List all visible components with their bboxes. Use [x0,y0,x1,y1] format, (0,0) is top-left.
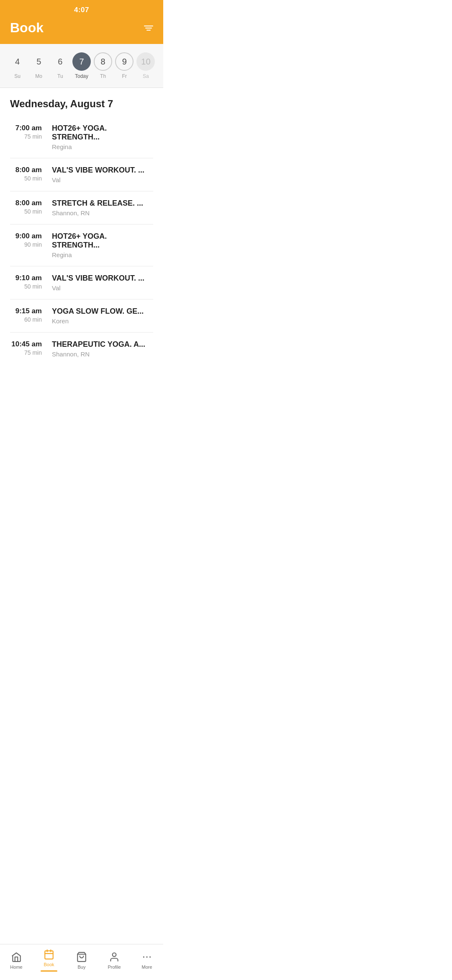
day-number: 4 [8,52,27,71]
day-number: 8 [94,52,112,71]
class-item-5[interactable]: 9:15 am 60 min YOGA SLOW FLOW. Ge... Kor… [10,299,153,333]
class-name: VAL'S VIBE WORKOUT. ... [52,166,144,175]
instructor-name: Koren [52,317,144,325]
duration-value: 50 min [10,283,42,290]
day-label: Fr [122,73,127,79]
class-time: 7:00 am 75 min [10,124,52,140]
day-label: Su [14,73,21,79]
day-number: 5 [30,52,48,71]
class-info: HOT26+ YOGA. Strength... Regina [52,124,153,150]
filter-button[interactable] [144,26,153,31]
class-info: HOT26+ YOGA. Strength... Regina [52,232,153,258]
class-item-3[interactable]: 9:00 am 90 min HOT26+ YOGA. Strength... … [10,224,153,266]
duration-value: 50 min [10,175,42,182]
calendar-day-7[interactable]: 7 Today [72,52,91,79]
class-info: YOGA SLOW FLOW. Ge... Koren [52,307,144,325]
class-item-1[interactable]: 8:00 am 50 min VAL'S VIBE WORKOUT. ... V… [10,158,153,191]
class-list: 7:00 am 75 min HOT26+ YOGA. Strength... … [0,116,163,365]
class-name: YOGA SLOW FLOW. Ge... [52,307,144,316]
class-info: THERAPEUTIC YOGA. A... Shannon, RN [52,340,145,358]
duration-value: 90 min [10,241,42,248]
day-label: Mo [35,73,42,79]
date-heading: Wednesday, August 7 [0,88,163,116]
time-value: 9:15 am [10,307,42,315]
class-item-0[interactable]: 7:00 am 75 min HOT26+ YOGA. Strength... … [10,116,153,158]
class-item-6[interactable]: 10:45 am 75 min THERAPEUTIC YOGA. A... S… [10,333,153,365]
instructor-name: Val [52,284,144,291]
day-label: Sa [143,73,149,79]
calendar-day-5[interactable]: 5 Mo [30,52,48,79]
class-info: VAL'S VIBE WORKOUT. ... Val [52,166,144,183]
time-value: 8:00 am [10,199,42,207]
calendar-day-8[interactable]: 8 Th [94,52,112,79]
calendar-day-9[interactable]: 9 Fr [115,52,134,79]
day-number: 7 [72,52,91,71]
class-time: 8:00 am 50 min [10,166,52,182]
class-time: 10:45 am 75 min [10,340,52,356]
time-value: 10:45 am [10,340,42,348]
instructor-name: Shannon, RN [52,351,145,358]
status-time: 4:07 [74,6,89,14]
class-time: 9:10 am 50 min [10,274,52,290]
class-time: 9:00 am 90 min [10,232,52,248]
class-name: HOT26+ YOGA. Strength... [52,232,153,250]
class-name: VAL'S VIBE WORKOUT. ... [52,274,144,283]
calendar-day-6[interactable]: 6 Tu [51,52,69,79]
day-label: Today [75,73,88,79]
instructor-name: Shannon, RN [52,209,143,217]
class-info: STRETCH & RELEASE. ... Shannon, RN [52,199,143,217]
time-value: 7:00 am [10,124,42,132]
duration-value: 75 min [10,349,42,356]
class-time: 9:15 am 60 min [10,307,52,323]
instructor-name: Val [52,176,144,183]
time-value: 9:10 am [10,274,42,282]
day-label: Tu [57,73,63,79]
app-header: Book [0,17,163,44]
class-item-4[interactable]: 9:10 am 50 min VAL'S VIBE WORKOUT. ... V… [10,266,153,299]
time-value: 9:00 am [10,232,42,240]
duration-value: 60 min [10,316,42,323]
class-name: THERAPEUTIC YOGA. A... [52,340,145,349]
class-item-2[interactable]: 8:00 am 50 min STRETCH & RELEASE. ... Sh… [10,191,153,224]
duration-value: 50 min [10,208,42,215]
instructor-name: Regina [52,143,153,150]
instructor-name: Regina [52,251,153,258]
class-name: STRETCH & RELEASE. ... [52,199,143,208]
class-info: VAL'S VIBE WORKOUT. ... Val [52,274,144,291]
duration-value: 75 min [10,133,42,140]
calendar-day-4[interactable]: 4 Su [8,52,27,79]
day-label: Th [100,73,106,79]
class-time: 8:00 am 50 min [10,199,52,215]
status-bar: 4:07 [0,0,163,17]
calendar-strip: 4 Su 5 Mo 6 Tu 7 Today 8 Th 9 Fr 10 Sa [0,44,163,88]
time-value: 8:00 am [10,166,42,174]
day-number: 10 [136,52,155,71]
class-name: HOT26+ YOGA. Strength... [52,124,153,142]
calendar-day-10[interactable]: 10 Sa [136,52,155,79]
day-number: 6 [51,52,69,71]
page-title: Book [10,20,44,36]
day-number: 9 [115,52,134,71]
